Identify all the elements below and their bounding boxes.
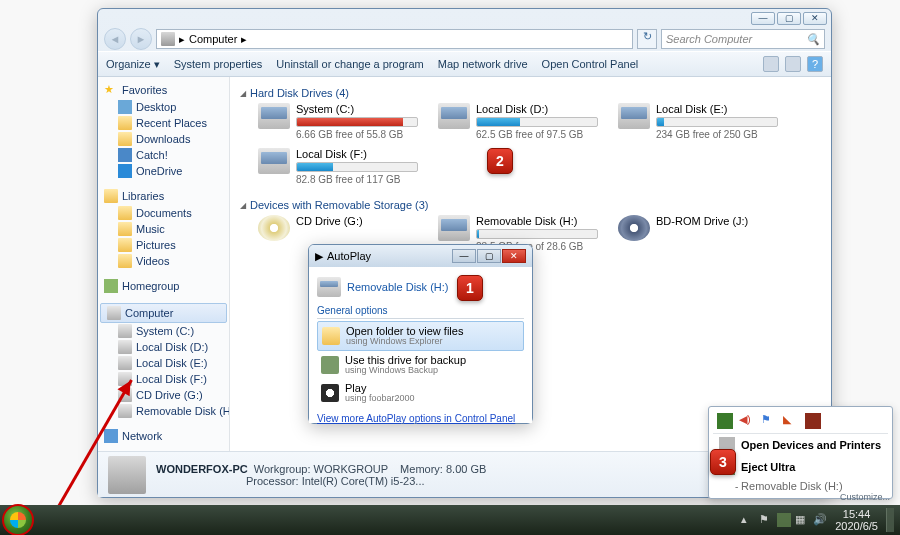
eject-ultra[interactable]: Eject Ultra [713, 456, 888, 478]
autoplay-option[interactable]: Open folder to view filesusing Windows E… [317, 321, 524, 351]
folder-icon [118, 116, 132, 130]
show-desktop[interactable] [886, 508, 894, 532]
desktop-icon [118, 100, 132, 114]
drive-icon [118, 340, 132, 354]
autoplay-more-link[interactable]: View more AutoPlay options in Control Pa… [317, 413, 524, 424]
app-icon[interactable]: ◣ [783, 413, 799, 429]
autoplay-section: General options [317, 305, 524, 319]
clock[interactable]: 15:442020/6/5 [831, 508, 882, 532]
drive-item[interactable]: Local Disk (D:)62.5 GB free of 97.5 GB [438, 103, 598, 140]
min-button[interactable]: — [452, 249, 476, 263]
hdd-icon [438, 103, 470, 129]
bd-icon [618, 215, 650, 241]
autoplay-titlebar[interactable]: ▶ AutoPlay — ▢ ✕ [309, 245, 532, 267]
tray-up-icon[interactable]: ▴ [741, 513, 755, 527]
sidebar-homegroup[interactable]: Homegroup [98, 277, 229, 295]
tray-icon[interactable] [717, 413, 733, 429]
section-hdd[interactable]: ◢Hard Disk Drives (4) [240, 83, 821, 103]
sidebar-item-drive-d[interactable]: Local Disk (D:) [98, 339, 229, 355]
volume-icon[interactable]: 🔊 [813, 513, 827, 527]
system-properties[interactable]: System properties [174, 58, 263, 70]
hdd-icon [438, 215, 470, 241]
sidebar-item-onedrive[interactable]: OneDrive [98, 163, 229, 179]
nav-back[interactable]: ◄ [104, 28, 126, 50]
backup-icon [321, 356, 339, 374]
computer-icon [107, 306, 121, 320]
sidebar-item-pictures[interactable]: Pictures [98, 237, 229, 253]
max-button[interactable]: ▢ [777, 12, 801, 25]
start-button[interactable] [2, 504, 34, 535]
libraries-icon [104, 189, 118, 203]
badge-2: 2 [487, 148, 513, 174]
sidebar-item-drive-f[interactable]: Local Disk (F:) [98, 371, 229, 387]
sidebar-libraries[interactable]: Libraries [98, 187, 229, 205]
uninstall-program[interactable]: Uninstall or change a program [276, 58, 423, 70]
drive-icon [118, 356, 132, 370]
drive-item[interactable]: System (C:)6.66 GB free of 55.8 GB [258, 103, 418, 140]
badge-3: 3 [710, 449, 736, 475]
autoplay-window: ▶ AutoPlay — ▢ ✕ Removable Disk (H:) Gen… [308, 244, 533, 424]
hdd-icon [618, 103, 650, 129]
section-removable[interactable]: ◢Devices with Removable Storage (3) [240, 195, 821, 215]
min-button[interactable]: — [751, 12, 775, 25]
organize-menu[interactable]: Organize ▾ [106, 58, 160, 71]
hdd-icon [258, 103, 290, 129]
help-icon[interactable]: ? [807, 56, 823, 72]
max-button[interactable]: ▢ [477, 249, 501, 263]
bc-root[interactable]: Computer [189, 33, 237, 45]
sidebar-favorites[interactable]: ★Favorites [98, 81, 229, 99]
computer-icon [108, 456, 146, 494]
view-icon[interactable] [763, 56, 779, 72]
control-panel[interactable]: Open Control Panel [542, 58, 639, 70]
titlebar[interactable]: — ▢ ✕ [98, 9, 831, 27]
map-drive[interactable]: Map network drive [438, 58, 528, 70]
sidebar-item-downloads[interactable]: Downloads [98, 131, 229, 147]
preview-icon[interactable] [785, 56, 801, 72]
drive-item[interactable]: BD-ROM Drive (J:) [618, 215, 778, 252]
drive-item[interactable]: Local Disk (F:)82.8 GB free of 117 GB [258, 148, 418, 185]
sidebar-item-drive-e[interactable]: Local Disk (E:) [98, 355, 229, 371]
folder-icon [118, 132, 132, 146]
bc-arrow: ▸ [179, 33, 185, 46]
sidebar-network[interactable]: Network [98, 427, 229, 445]
collapse-icon: ◢ [240, 89, 246, 98]
network-icon[interactable]: ▦ [795, 513, 809, 527]
sidebar-item-recent[interactable]: Recent Places [98, 115, 229, 131]
nav-fwd[interactable]: ► [130, 28, 152, 50]
search-input[interactable]: Search Computer🔍 [661, 29, 825, 49]
computer-icon [161, 32, 175, 46]
sidebar-item-music[interactable]: Music [98, 221, 229, 237]
drive-item[interactable]: Local Disk (E:)234 GB free of 250 GB [618, 103, 778, 140]
sidebar-computer[interactable]: Computer [100, 303, 227, 323]
collapse-icon: ◢ [240, 201, 246, 210]
app-icon[interactable] [805, 413, 821, 429]
autoplay-option[interactable]: Use this drive for backupusing Windows B… [317, 351, 524, 379]
autoplay-icon: ▶ [315, 250, 323, 263]
bc-arrow: ▸ [241, 33, 247, 46]
eject-icon[interactable] [777, 513, 791, 527]
refresh-button[interactable]: ↻ [637, 29, 657, 49]
cd-icon [258, 215, 290, 241]
sidebar-item-drive-c[interactable]: System (C:) [98, 323, 229, 339]
autoplay-option[interactable]: Playusing foobar2000 [317, 379, 524, 407]
star-icon: ★ [104, 83, 118, 97]
sidebar-item-desktop[interactable]: Desktop [98, 99, 229, 115]
customize-link[interactable]: Customize... [840, 492, 890, 502]
close-button[interactable]: ✕ [502, 249, 526, 263]
sidebar-item-documents[interactable]: Documents [98, 205, 229, 221]
taskbar: ▴ ⚑ ▦ 🔊 15:442020/6/5 [0, 505, 900, 535]
drive-icon [118, 324, 132, 338]
play-icon [321, 384, 339, 402]
flag-icon[interactable]: ⚑ [761, 413, 777, 429]
flag-icon[interactable]: ⚑ [759, 513, 773, 527]
close-button[interactable]: ✕ [803, 12, 827, 25]
open-devices-printers[interactable]: Open Devices and Printers [713, 434, 888, 456]
folder-icon [118, 238, 132, 252]
autoplay-device: Removable Disk (H:) [347, 281, 448, 293]
sidebar-item-videos[interactable]: Videos [98, 253, 229, 269]
volume-icon[interactable]: ◀) [739, 413, 755, 429]
breadcrumb[interactable]: ▸ Computer ▸ [156, 29, 633, 49]
hdd-icon [258, 148, 290, 174]
sidebar-item-catch[interactable]: Catch! [98, 147, 229, 163]
homegroup-icon [104, 279, 118, 293]
